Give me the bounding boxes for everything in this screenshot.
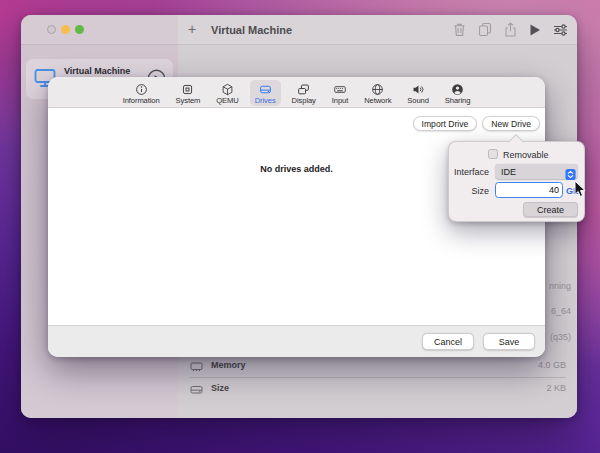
- window-title: Virtual Machine: [211, 24, 292, 36]
- removable-label: Removable: [503, 150, 549, 160]
- minimize-button[interactable]: [61, 25, 70, 34]
- play-icon[interactable]: [529, 23, 541, 37]
- tab-label: Sharing: [445, 96, 470, 105]
- windows-icon: [297, 82, 310, 96]
- detail-value-partial: (q35): [550, 332, 571, 342]
- interface-label: Interface: [449, 167, 489, 177]
- add-vm-button[interactable]: +: [188, 21, 196, 38]
- close-button[interactable]: [47, 25, 56, 34]
- clone-icon[interactable]: [478, 22, 492, 37]
- trash-icon[interactable]: [453, 22, 466, 37]
- tab-label: Input: [332, 96, 348, 105]
- tab-label: Sound: [407, 96, 428, 105]
- share-icon[interactable]: [504, 22, 517, 37]
- new-drive-popover: Removable Interface IDE Size GB Create: [448, 141, 585, 222]
- detail-value-partial: 6_64: [551, 306, 571, 316]
- tab-drives[interactable]: Drives: [250, 80, 281, 106]
- tab-label: Display: [292, 96, 316, 105]
- save-button[interactable]: Save: [483, 333, 535, 350]
- memory-label: Memory: [211, 360, 246, 370]
- interface-value: IDE: [501, 167, 516, 177]
- vm-name: Virtual Machine: [64, 66, 130, 76]
- size-field-label: Size: [449, 186, 489, 196]
- size-input[interactable]: [495, 182, 563, 198]
- tab-label: Drives: [255, 96, 276, 105]
- settings-tab-bar: Information System QEMU: [48, 77, 545, 108]
- new-drive-button[interactable]: New Drive: [482, 116, 540, 131]
- person-circle-icon: [451, 82, 464, 96]
- removable-checkbox[interactable]: [488, 149, 498, 159]
- import-drive-button[interactable]: Import Drive: [413, 116, 478, 131]
- size-label: Size: [211, 383, 229, 393]
- tab-label: Information: [123, 96, 160, 105]
- drive-icon: [259, 82, 272, 96]
- mouse-cursor: [574, 180, 587, 202]
- detail-value-partial: nning: [549, 281, 571, 291]
- tab-qemu[interactable]: QEMU: [211, 80, 243, 106]
- cancel-button[interactable]: Cancel: [422, 333, 474, 350]
- tab-network[interactable]: Network: [359, 80, 396, 106]
- row-divider: [190, 377, 566, 378]
- speaker-icon: [411, 82, 425, 96]
- memory-chip-icon: [190, 359, 203, 377]
- tab-sharing[interactable]: Sharing: [440, 80, 475, 106]
- memory-row: Memory 4.0 GB: [178, 358, 577, 374]
- memory-value: 4.0 GB: [538, 360, 566, 370]
- info-icon: [135, 82, 148, 96]
- titlebar: + Virtual Machine: [21, 15, 577, 45]
- keyboard-icon: [333, 82, 347, 96]
- tab-information[interactable]: Information: [118, 80, 165, 106]
- tab-input[interactable]: Input: [327, 80, 353, 106]
- tab-system[interactable]: System: [171, 80, 206, 106]
- tab-label: Network: [364, 96, 391, 105]
- size-row: Size 2 KB: [178, 381, 577, 397]
- globe-icon: [371, 82, 384, 96]
- create-button[interactable]: Create: [523, 202, 578, 217]
- cube-icon: [221, 82, 234, 96]
- sheet-footer: Cancel Save: [48, 325, 545, 357]
- tab-display[interactable]: Display: [287, 80, 321, 106]
- size-value: 2 KB: [546, 383, 566, 393]
- filters-icon[interactable]: [553, 23, 568, 37]
- drive-icon: [190, 382, 203, 400]
- interface-dropdown[interactable]: IDE: [495, 164, 578, 179]
- chip-icon: [181, 82, 194, 96]
- tab-label: System: [176, 96, 201, 105]
- tab-sound[interactable]: Sound: [402, 80, 433, 106]
- traffic-lights: [47, 25, 84, 34]
- tab-label: QEMU: [216, 96, 238, 105]
- desktop-wallpaper: + Virtual Machine: [0, 0, 600, 453]
- zoom-button[interactable]: [75, 25, 84, 34]
